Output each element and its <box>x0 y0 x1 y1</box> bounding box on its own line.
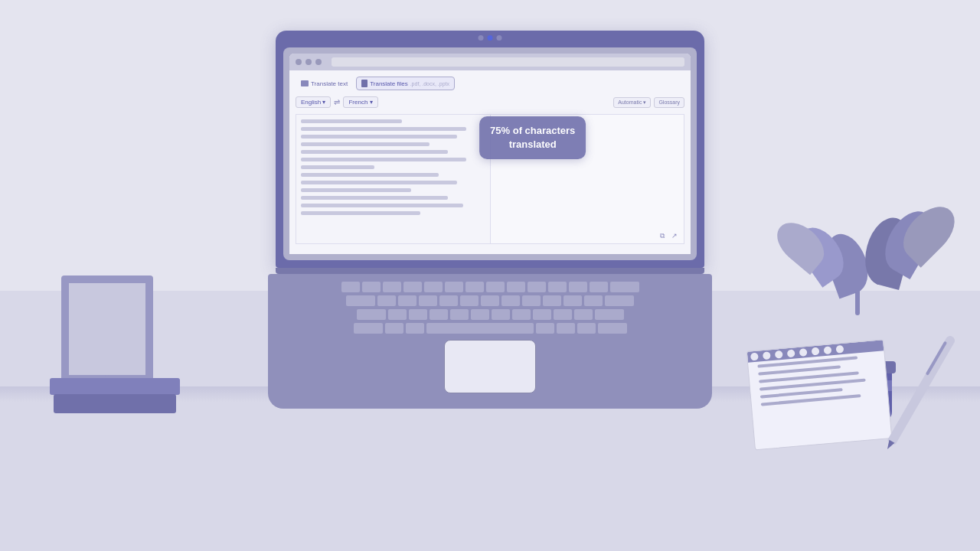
key-row-4 <box>283 323 697 334</box>
key[interactable] <box>460 295 479 306</box>
files-tab-icon <box>361 80 368 87</box>
key[interactable] <box>486 282 505 292</box>
tab-translate-files-label: Translate files <box>370 80 408 87</box>
lang-options: Automatic ▾ Glossary <box>613 97 684 108</box>
language-bar: English ▾ ⇌ French ▾ Automatic ▾ <box>296 96 684 108</box>
text-tab-icon <box>301 80 309 86</box>
key[interactable] <box>398 295 416 306</box>
key[interactable] <box>564 295 582 306</box>
tab-translate-files[interactable]: Translate files .pdf, .docx, .pptx <box>356 77 455 90</box>
share-button[interactable]: ↗ <box>670 231 679 240</box>
spiral-8 <box>836 345 844 354</box>
key[interactable] <box>554 309 572 320</box>
key[interactable] <box>439 295 458 306</box>
camera-dot-center <box>488 35 493 41</box>
lang-from-select[interactable]: English ▾ <box>296 96 331 108</box>
key[interactable] <box>501 295 520 306</box>
key[interactable] <box>533 309 551 320</box>
key[interactable] <box>445 282 463 292</box>
caps-key[interactable] <box>357 309 386 320</box>
key[interactable] <box>548 282 567 292</box>
source-panel[interactable] <box>296 114 490 244</box>
key[interactable] <box>557 323 575 334</box>
screen-bezel: Translate text Translate files .pdf, .do… <box>283 47 697 260</box>
key[interactable] <box>430 309 448 320</box>
key[interactable] <box>362 282 381 292</box>
enter-key[interactable] <box>605 295 634 306</box>
automatic-label: Automatic <box>618 99 642 105</box>
automatic-button[interactable]: Automatic ▾ <box>613 97 651 108</box>
key-row-3 <box>283 309 697 320</box>
key[interactable] <box>424 282 443 292</box>
spiral-4 <box>787 349 795 357</box>
key[interactable] <box>512 309 531 320</box>
laptop-base <box>268 268 712 409</box>
trackpad-wrapper <box>283 340 697 393</box>
copy-button[interactable]: ⧉ <box>658 231 667 240</box>
swap-button[interactable]: ⇌ <box>334 98 340 106</box>
backspace-key[interactable] <box>610 282 639 292</box>
key-row-1 <box>283 282 697 292</box>
laptop-hinge <box>276 268 704 274</box>
key[interactable] <box>574 309 593 320</box>
source-line-3 <box>301 135 457 139</box>
key[interactable] <box>522 295 541 306</box>
key[interactable] <box>385 323 403 334</box>
key[interactable] <box>590 282 608 292</box>
key[interactable] <box>569 282 587 292</box>
panel-actions: ⧉ ↗ <box>658 231 679 240</box>
camera-dot-left <box>479 35 484 41</box>
key[interactable] <box>409 309 427 320</box>
key[interactable] <box>419 295 437 306</box>
book-top <box>50 378 180 395</box>
trackpad[interactable] <box>444 340 536 393</box>
notepad-group <box>746 338 908 451</box>
key[interactable] <box>341 282 360 292</box>
spiral-3 <box>775 350 783 359</box>
key[interactable] <box>481 295 499 306</box>
key[interactable] <box>543 295 561 306</box>
key[interactable] <box>403 282 422 292</box>
key[interactable] <box>528 282 546 292</box>
source-line-9 <box>301 181 457 184</box>
source-line-7 <box>301 165 374 169</box>
source-line-5 <box>301 150 448 154</box>
lang-from-chevron: ▾ <box>322 99 325 106</box>
key[interactable] <box>466 282 484 292</box>
key[interactable] <box>492 309 510 320</box>
notepad <box>746 339 893 450</box>
key[interactable] <box>383 282 401 292</box>
source-line-6 <box>301 158 466 161</box>
laptop-camera <box>479 35 502 41</box>
translation-progress-tooltip: 75% of characters translated <box>479 116 586 159</box>
key[interactable] <box>577 323 596 334</box>
key[interactable] <box>388 309 407 320</box>
key[interactable] <box>507 282 525 292</box>
spiral-5 <box>799 348 808 357</box>
key[interactable] <box>450 309 469 320</box>
source-line-2 <box>301 127 466 131</box>
lang-to-label: French <box>348 99 368 106</box>
source-line-13 <box>301 211 420 215</box>
key[interactable] <box>377 295 396 306</box>
lang-to-select[interactable]: French ▾ <box>343 96 377 108</box>
browser-titlebar <box>289 54 691 70</box>
tab-translate-text-label: Translate text <box>311 80 348 87</box>
tab-translate-text[interactable]: Translate text <box>296 77 353 90</box>
browser-address-bar[interactable] <box>332 57 684 67</box>
spacebar-key[interactable] <box>426 323 534 334</box>
glossary-button[interactable]: Glossary <box>654 97 684 108</box>
key[interactable] <box>406 323 424 334</box>
source-line-8 <box>301 173 439 177</box>
ctrl-key[interactable] <box>354 323 383 334</box>
ctrl-right-key[interactable] <box>598 323 627 334</box>
key[interactable] <box>536 323 554 334</box>
shift-right-key[interactable] <box>595 309 624 320</box>
key[interactable] <box>471 309 489 320</box>
key[interactable] <box>584 295 603 306</box>
source-line-4 <box>301 142 430 146</box>
spiral-1 <box>750 353 759 361</box>
tooltip-line2: translated <box>490 138 575 152</box>
laptop-screen-lid: Translate text Translate files .pdf, .do… <box>276 31 704 268</box>
tab-key[interactable] <box>346 295 375 306</box>
